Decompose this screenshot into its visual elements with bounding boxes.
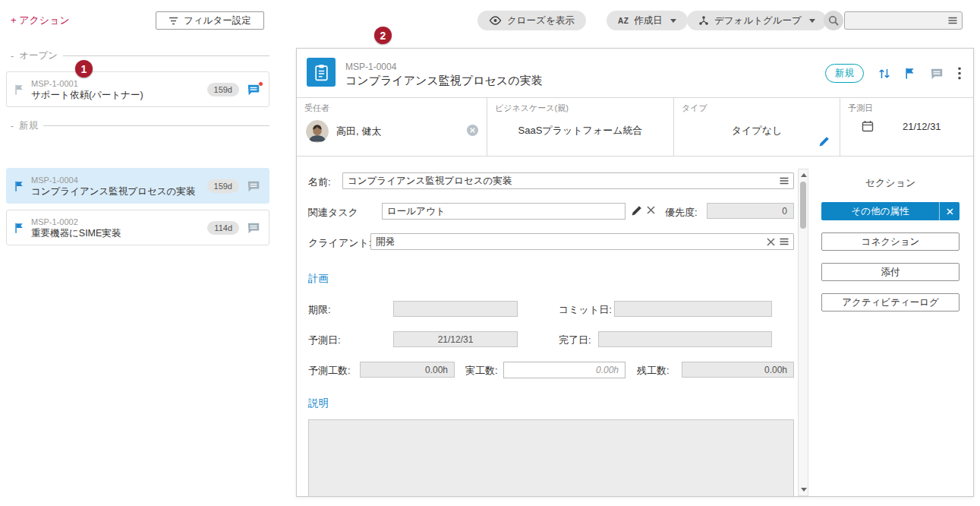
section-button-connections[interactable]: コネクション bbox=[821, 232, 960, 251]
eye-icon bbox=[489, 16, 502, 25]
item-text: MSP-1-0004 コンプライアンス監視プロセスの実装 bbox=[31, 175, 200, 198]
detail-header-controls: 新規 bbox=[825, 64, 961, 83]
priority-input[interactable] bbox=[707, 203, 794, 219]
clear-client-icon[interactable] bbox=[767, 238, 775, 246]
group-icon bbox=[698, 15, 709, 26]
commit-date-input[interactable] bbox=[614, 301, 772, 317]
done-date-input[interactable] bbox=[598, 331, 772, 347]
deadline-label: 期限: bbox=[308, 303, 331, 317]
annotation-marker-1: 1 bbox=[75, 60, 93, 77]
menu-icon[interactable] bbox=[948, 17, 957, 24]
list-item[interactable]: MSP-1-0001 サポート依頼(パートナー) 159d bbox=[6, 71, 269, 107]
search-button[interactable] bbox=[824, 11, 843, 30]
scroll-up-icon[interactable] bbox=[801, 173, 807, 177]
close-section-icon[interactable] bbox=[939, 202, 960, 220]
collapse-toggle[interactable]: - bbox=[11, 121, 14, 131]
item-text: MSP-1-0001 サポート依頼(パートナー) bbox=[31, 78, 200, 101]
remaining-effort-input[interactable] bbox=[682, 362, 794, 378]
filter-settings-label: フィルター設定 bbox=[184, 14, 251, 27]
more-menu-icon[interactable] bbox=[958, 67, 961, 80]
collapse-toggle[interactable]: - bbox=[11, 51, 14, 62]
annotation-marker-2: 2 bbox=[374, 27, 392, 44]
assignee-label: 受任者 bbox=[297, 103, 487, 114]
hierarchy-icon[interactable] bbox=[878, 68, 891, 80]
search-input[interactable] bbox=[849, 15, 948, 26]
name-label: 名前: bbox=[308, 176, 331, 189]
section-button-label: コネクション bbox=[862, 236, 920, 248]
assignee-avatar[interactable] bbox=[306, 120, 329, 143]
client-input-wrap bbox=[370, 233, 794, 250]
sort-az-icon: AZ bbox=[618, 17, 629, 25]
group-button[interactable]: デフォルトグループ bbox=[687, 11, 827, 30]
status-badge[interactable]: 新規 bbox=[825, 64, 864, 83]
filter-settings-button[interactable]: フィルター設定 bbox=[156, 11, 264, 30]
forecast-input[interactable] bbox=[393, 331, 518, 347]
flag-icon[interactable] bbox=[905, 67, 915, 80]
clear-related-icon[interactable] bbox=[647, 206, 655, 214]
related-task-label: 関連タスク bbox=[308, 206, 358, 220]
actual-effort-input[interactable] bbox=[503, 362, 625, 378]
assignee-name: 高田, 健太 bbox=[336, 125, 381, 138]
item-id: MSP-1-0004 bbox=[31, 175, 200, 185]
name-input[interactable] bbox=[348, 176, 775, 186]
scrollbar[interactable] bbox=[798, 169, 808, 496]
chat-icon[interactable] bbox=[246, 83, 261, 96]
filter-icon bbox=[169, 17, 178, 25]
item-id: MSP-1-0001 bbox=[31, 78, 200, 89]
show-closed-button[interactable]: クローズを表示 bbox=[477, 11, 586, 30]
section-button-activity-log[interactable]: アクティビティーログ bbox=[821, 293, 960, 312]
scrollbar-thumb[interactable] bbox=[800, 182, 806, 229]
list-item-selected[interactable]: MSP-1-0004 コンプライアンス監視プロセスの実装 159d bbox=[6, 168, 269, 204]
item-title: サポート依頼(パートナー) bbox=[31, 89, 200, 101]
section-button-active[interactable]: その他の属性 bbox=[821, 202, 960, 220]
section-header-new[interactable]: - 新規 bbox=[11, 119, 269, 132]
forecast-date-value[interactable]: 21/12/31 bbox=[903, 121, 941, 132]
estimated-effort-input[interactable] bbox=[360, 362, 455, 378]
remaining-effort-label: 残工数: bbox=[637, 364, 670, 378]
client-menu-icon[interactable] bbox=[780, 238, 789, 245]
description-textarea[interactable] bbox=[308, 419, 794, 497]
name-menu-icon[interactable] bbox=[780, 177, 789, 185]
caret-down-icon bbox=[809, 19, 815, 23]
edit-related-icon[interactable] bbox=[631, 205, 642, 217]
type-value[interactable]: タイプなし bbox=[674, 114, 840, 147]
actual-effort-label: 実工数: bbox=[465, 364, 498, 378]
task-type-icon bbox=[307, 58, 336, 87]
chat-icon[interactable] bbox=[929, 67, 944, 81]
related-task-input[interactable] bbox=[382, 203, 625, 220]
search-icon bbox=[828, 15, 839, 26]
age-badge: 159d bbox=[207, 179, 239, 193]
section-header-open[interactable]: - オープン bbox=[11, 49, 269, 62]
chat-icon[interactable] bbox=[246, 179, 261, 193]
calendar-icon[interactable] bbox=[862, 120, 874, 132]
active-section-label[interactable]: その他の属性 bbox=[821, 202, 939, 220]
flag-icon bbox=[14, 84, 24, 96]
scroll-down-icon[interactable] bbox=[801, 488, 807, 492]
app: + アクション フィルター設定 クローズを表示 AZ 作成日 デフォルトグループ bbox=[0, 0, 980, 506]
client-input[interactable] bbox=[376, 236, 762, 247]
forecast-label: 予測日: bbox=[308, 334, 341, 347]
edit-type-icon[interactable] bbox=[818, 136, 830, 147]
sort-button[interactable]: AZ 作成日 bbox=[607, 11, 688, 30]
business-case-value[interactable]: SaaSプラットフォーム統合 bbox=[487, 114, 673, 147]
section-label: オープン bbox=[19, 49, 58, 62]
section-button-attachments[interactable]: 添付 bbox=[821, 263, 960, 281]
estimated-effort-label: 予測工数: bbox=[308, 364, 351, 378]
field-type: タイプ タイプなし bbox=[673, 98, 840, 156]
item-title: コンプライアンス監視プロセスの実装 bbox=[31, 185, 200, 198]
section-rule bbox=[43, 125, 269, 126]
field-business-case: ビジネスケース(親) SaaSプラットフォーム統合 bbox=[487, 98, 673, 156]
item-title: 重要機器にSIME実装 bbox=[31, 227, 200, 239]
flag-icon bbox=[14, 222, 24, 234]
deadline-input[interactable] bbox=[393, 301, 518, 317]
list-item[interactable]: MSP-1-0002 重要機器にSIME実装 114d bbox=[6, 210, 269, 245]
field-assignee: 受任者 高田, 健太 bbox=[297, 98, 487, 156]
chat-icon[interactable] bbox=[246, 221, 261, 235]
client-label: クライアント: bbox=[308, 236, 371, 250]
remove-assignee-icon[interactable] bbox=[466, 124, 479, 137]
sort-label: 作成日 bbox=[634, 14, 663, 27]
section-rule bbox=[63, 55, 269, 56]
actions-link[interactable]: + アクション bbox=[11, 14, 70, 27]
caret-down-icon bbox=[670, 19, 676, 23]
sections-title: セクション bbox=[821, 176, 960, 190]
